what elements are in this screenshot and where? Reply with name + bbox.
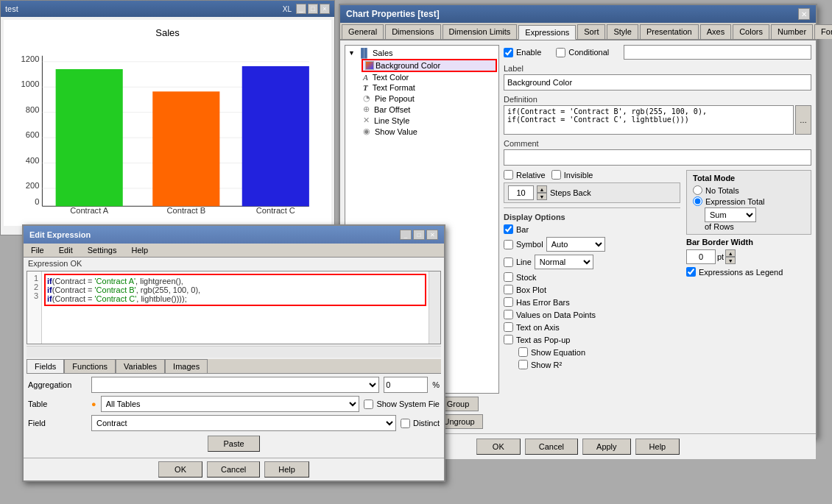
invisible-label[interactable]: Invisible [551,170,593,180]
enable-checkbox[interactable] [504,48,513,57]
tree-child-bg-color[interactable]: Background Color [347,59,497,72]
tab-images[interactable]: Images [165,359,208,373]
edit-expr-cancel-btn[interactable]: Cancel [207,461,260,478]
box-plot-checkbox-label[interactable]: Box Plot [504,285,546,294]
h-scroll[interactable] [27,346,441,358]
pie-popout-item[interactable]: ◔ Pie Popout [362,93,497,104]
error-bars-checkbox-label[interactable]: Has Error Bars [504,297,570,307]
text-popup-checkbox[interactable] [504,335,513,344]
menu-edit[interactable]: Edit [52,244,80,257]
expression-total-radio[interactable] [693,196,702,206]
line-style-item[interactable]: ✕ Line Style [362,115,497,126]
conditional-checkbox-label[interactable]: Conditional [556,48,609,57]
show-system-checkbox[interactable] [364,400,373,409]
bar-checkbox[interactable] [504,224,513,234]
tab-general[interactable]: General [342,24,384,39]
edit-expr-close-btn[interactable]: ✕ [426,230,438,240]
tab-axes[interactable]: Axes [700,24,731,39]
border-width-up-btn[interactable]: ▲ [725,249,736,257]
tab-fields[interactable]: Fields [27,359,64,373]
tab-dimensions[interactable]: Dimensions [385,24,440,39]
values-data-pts-checkbox[interactable] [504,310,513,319]
bar-offset-item[interactable]: ⊕ Bar Offset [362,104,497,115]
distinct-label[interactable]: Distinct [401,419,440,428]
relative-label[interactable]: Relative [504,170,546,180]
show-system-label[interactable]: Show System Fie [364,400,440,409]
steps-back-input[interactable] [508,185,534,200]
text-on-axis-label[interactable]: Text on Axis [504,322,560,332]
scrollbar-area[interactable] [429,271,440,344]
tab-colors[interactable]: Colors [733,24,769,39]
edit-expr-help-btn[interactable]: Help [264,461,309,478]
symbol-checkbox-label[interactable]: Symbol [504,240,543,249]
tree-child-text-color[interactable]: A Text Color [347,72,497,82]
minimize-btn[interactable]: _ [296,4,306,14]
tree-child-pie-popout[interactable]: ◔ Pie Popout [347,93,497,104]
box-plot-checkbox[interactable] [504,285,513,294]
edit-expr-restore-btn[interactable]: □ [413,230,425,240]
close-btn[interactable]: × [320,4,330,14]
text-on-axis-checkbox[interactable] [504,322,513,332]
text-format-item[interactable]: T Text Format [362,82,497,93]
tab-presentation[interactable]: Presentation [640,24,699,39]
paste-button[interactable]: Paste [208,436,259,452]
line-select[interactable]: Normal [535,255,593,269]
definition-textarea[interactable]: if(Contract = 'Contract B', rgb(255, 100… [504,105,794,135]
stock-checkbox-label[interactable]: Stock [504,272,537,282]
tree-child-text-format[interactable]: T Text Format [347,82,497,93]
edit-expr-ok-btn[interactable]: OK [158,461,202,478]
text-popup-label[interactable]: Text as Pop-up [504,335,570,344]
enable-checkbox-label[interactable]: Enable [504,48,541,57]
tab-variables[interactable]: Variables [116,359,165,373]
apply-button[interactable]: Apply [582,439,631,455]
border-width-input[interactable] [686,249,716,264]
tree-child-line-style[interactable]: ✕ Line Style [347,115,497,126]
conditional-checkbox[interactable] [556,48,565,57]
tab-number[interactable]: Number [771,24,813,39]
symbol-select[interactable]: Auto [546,237,605,252]
expressions-legend-checkbox[interactable] [686,267,696,277]
stock-checkbox[interactable] [504,272,513,282]
relative-checkbox[interactable] [504,170,513,180]
cancel-button[interactable]: Cancel [525,439,578,455]
tab-style[interactable]: Style [607,24,638,39]
menu-file[interactable]: File [24,244,52,257]
show-equation-label[interactable]: Show Equation [518,347,585,357]
line-checkbox[interactable] [504,258,513,267]
tab-expressions[interactable]: Expressions [518,25,576,40]
help-button[interactable]: Help [635,439,680,455]
edit-expr-min-btn[interactable]: _ [400,230,412,240]
steps-down-btn[interactable]: ▼ [537,193,547,200]
values-data-pts-label[interactable]: Values on Data Points [504,310,596,319]
definition-expand-btn[interactable]: … [795,105,811,135]
invisible-checkbox[interactable] [551,170,561,180]
restore-btn[interactable]: □ [308,4,318,14]
ok-button[interactable]: OK [476,439,521,455]
aggregation-select[interactable] [91,377,379,393]
show-equation-checkbox[interactable] [518,347,528,357]
line-checkbox-label[interactable]: Line [504,258,532,267]
bar-checkbox-label[interactable]: Bar [504,224,529,234]
text-color-item[interactable]: A Text Color [362,72,497,82]
tab-functions[interactable]: Functions [64,359,116,373]
distinct-checkbox[interactable] [401,419,410,428]
comment-input[interactable] [504,149,811,166]
no-totals-radio[interactable] [693,185,702,195]
symbol-checkbox[interactable] [504,240,513,249]
code-area[interactable]: if(Contract = 'Contract A', lightgreen()… [42,271,429,344]
table-select[interactable]: All Tables [101,396,360,412]
steps-up-btn[interactable]: ▲ [537,185,547,193]
expressions-legend-label[interactable]: Expressions as Legend [686,267,811,277]
aggregation-pct-input[interactable] [384,377,428,393]
chart-props-close-btn[interactable]: ✕ [798,8,810,20]
no-totals-radio-label[interactable]: No Totals [693,185,805,195]
label-input[interactable] [504,74,811,90]
field-select[interactable]: Contract [91,415,396,431]
expression-total-radio-label[interactable]: Expression Total [693,196,805,206]
tab-dimension-limits[interactable]: Dimension Limits [443,24,518,39]
tab-sort[interactable]: Sort [577,24,605,39]
tree-child-show-value[interactable]: ◉ Show Value [347,126,497,137]
tree-root[interactable]: ▼ ▐▌ Sales [347,47,497,59]
border-width-down-btn[interactable]: ▼ [725,257,736,264]
sum-select[interactable]: Sum [705,207,756,222]
